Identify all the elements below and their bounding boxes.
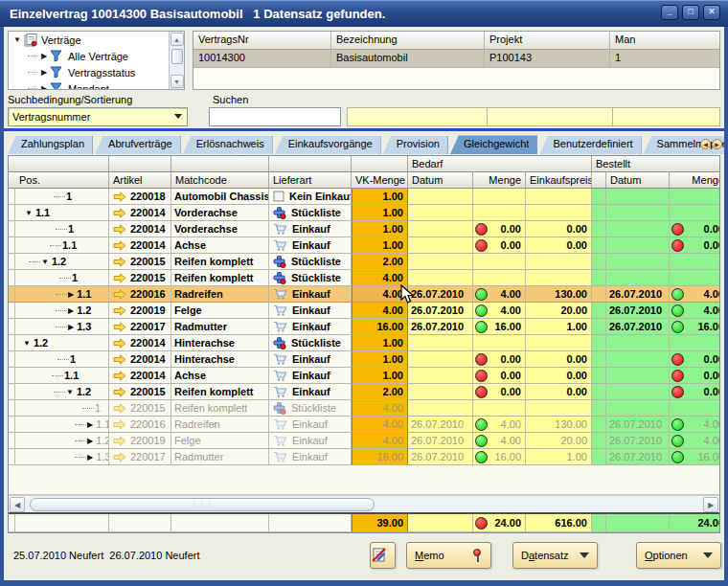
result-grid-row[interactable]: 10014300BasisautomobilP1001431 [193,50,719,68]
cell-pos[interactable]: ▶1.1 [15,417,109,433]
cell-bedarf-datum[interactable] [408,254,473,270]
tree-scrollbar[interactable]: ▲ ▼ [169,32,184,89]
cell-vk-menge[interactable]: 1.00 [352,335,408,351]
cell-vk-menge[interactable]: 4.00 [352,417,408,433]
cell-bedarf-datum[interactable] [408,335,473,351]
cell-bedarf-menge[interactable] [473,335,526,351]
cell-bestellt-menge[interactable] [670,254,719,270]
cell-bestellt-datum[interactable]: 26.07.2010 [606,286,670,303]
cell-lieferart[interactable]: Einkauf [269,237,352,254]
table-row[interactable]: ▶1.2220019FelgeEinkauf4.0026.07.20104.00… [9,303,719,319]
cell-artikel[interactable]: 220015 [109,270,171,286]
cell-bestellt-datum[interactable]: 26.07.2010 [606,449,670,465]
cell-bestellt-menge[interactable]: 4.00 [670,417,719,433]
cell-lieferart[interactable]: Stückliste [269,205,352,221]
cell-matchcode[interactable]: Achse [171,237,269,254]
cell-lieferart[interactable]: Stückliste [269,270,352,286]
tab-provision[interactable]: Provision [383,135,448,154]
cell-lieferart[interactable]: Einkauf [269,433,352,449]
cell-pos[interactable]: 1 [15,221,109,237]
cell-einkaufspreis[interactable] [526,254,592,270]
cell-vk-menge[interactable]: 1.00 [352,237,408,254]
cell-vk-menge[interactable]: 1.00 [352,189,408,205]
expander-icon[interactable]: ▶ [87,453,93,462]
cell-einkaufspreis[interactable]: 0.00 [526,384,592,400]
cell-artikel[interactable]: 220015 [109,384,171,400]
cell-einkaufspreis[interactable]: 0.00 [526,221,592,237]
cell-matchcode[interactable]: Hinterachse [171,351,269,368]
cell-artikel[interactable]: 220016 [109,286,171,303]
cell-vk-menge[interactable]: 4.00 [352,303,408,319]
cell-bestellt-menge[interactable] [670,270,719,286]
expander-icon[interactable]: ▶ [68,306,74,315]
grid-column-header[interactable]: VertragsNr [193,32,331,49]
cell-bedarf-menge[interactable] [473,205,526,221]
cell-matchcode[interactable]: Radmutter [171,319,269,335]
cell-lieferart[interactable]: Einkauf [269,384,352,400]
cell-artikel[interactable]: 220014 [109,237,171,254]
cell-bedarf-datum[interactable] [408,270,473,286]
cell-vk-menge[interactable]: 1.00 [352,221,408,237]
cell-lieferart[interactable]: Kein Einkauf [269,189,352,205]
expander-icon[interactable]: ▼ [23,339,31,348]
cell-lieferart[interactable]: Einkauf [269,351,352,368]
cell-bedarf-datum[interactable]: 26.07.2010 [408,417,473,433]
cell-einkaufspreis[interactable]: 20.00 [526,433,592,449]
cell-matchcode[interactable]: Radmutter [171,449,269,465]
search-cell-man[interactable] [613,107,720,126]
cell-bedarf-datum[interactable]: 26.07.2010 [408,319,473,335]
cell-vk-menge[interactable]: 16.00 [352,319,408,335]
tab-zahlungsplan[interactable]: Zahlungsplan [8,135,93,154]
cell-bestellt-menge[interactable]: 0.00 [670,368,719,384]
cell-bestellt-menge[interactable]: 4.00 [670,303,719,319]
expander-icon[interactable]: ▶ [39,52,49,60]
cell-bestellt-menge[interactable]: 16.00 [670,449,719,465]
scrollbar-thumb[interactable]: ⋮⋮⋮ [30,498,375,511]
cell-einkaufspreis[interactable] [526,189,592,205]
table-row[interactable]: 1220014VorderachseEinkauf1.000.000.000.0… [9,221,719,237]
table-row[interactable]: ▼1.2220015Reifen komplettStückliste2.00 [9,254,719,270]
cell-matchcode[interactable]: Reifen komplett [171,254,269,270]
cell-bestellt-datum[interactable] [606,205,670,221]
cell-einkaufspreis[interactable] [526,335,592,351]
expander-icon[interactable]: ▼ [12,35,22,44]
cell-matchcode[interactable]: Radreifen [171,417,269,433]
cell-bestellt-menge[interactable] [670,400,719,417]
tab-abrufvertr-ge[interactable]: Abrufverträge [95,135,181,154]
cell-einkaufspreis[interactable] [526,205,592,221]
cell-matchcode[interactable]: Reifen komplett [171,270,269,286]
table-row[interactable]: 1.1220014AchseEinkauf1.000.000.000.00 [9,237,719,254]
cell-bedarf-menge[interactable]: 0.00 [473,384,526,400]
table-row[interactable]: 1220015Reifen komplettStückliste4.00 [9,270,719,286]
cell-bestellt-menge[interactable] [670,189,719,205]
cell-bedarf-datum[interactable] [408,384,473,400]
table-row[interactable]: ▶1.1220016RadreifenEinkauf4.0026.07.2010… [9,286,719,303]
cell-vk-menge[interactable]: 16.00 [352,449,408,465]
signature-button[interactable] [370,542,396,569]
cell-pos[interactable]: ▶1.2 [15,303,109,319]
cell-bedarf-menge[interactable]: 16.00 [473,449,526,465]
expander-icon[interactable]: ▼ [66,388,74,396]
table-row[interactable]: 1.1220014AchseEinkauf1.000.000.000.00 [9,368,719,384]
cell-lieferart[interactable]: Einkauf [269,303,352,319]
cell-bedarf-datum[interactable]: 26.07.2010 [408,303,473,319]
cell-bestellt-datum[interactable] [606,400,670,417]
cell-artikel[interactable]: 220016 [109,417,171,433]
tab-einkaufsvorg-nge[interactable]: Einkaufsvorgänge [275,135,381,154]
cell-pos[interactable]: ▼1.1 [15,205,109,221]
cell-einkaufspreis[interactable]: 0.00 [526,237,592,254]
minimize-button[interactable]: _ [661,5,678,20]
close-button[interactable]: ✕ [703,5,720,20]
cell-lieferart[interactable]: Stückliste [269,400,352,417]
cell-bestellt-datum[interactable]: 26.07.2010 [606,433,670,449]
cell-vk-menge[interactable]: 2.00 [352,254,408,270]
table-row[interactable]: 1220018Automobil ChassisKein Einkauf1.00 [9,189,719,205]
cell-bedarf-menge[interactable]: 4.00 [473,303,526,319]
cell-lieferart[interactable]: Einkauf [269,221,352,237]
scroll-left-icon[interactable]: ◀ [10,497,25,512]
cell-pos[interactable]: ▼1.2 [15,384,109,400]
cell-vk-menge[interactable]: 1.00 [352,368,408,384]
cell-pos[interactable]: ▶1.1 [15,286,109,303]
cell-bestellt-menge[interactable]: 0.00 [670,384,719,400]
cell-bedarf-datum[interactable]: 26.07.2010 [408,449,473,465]
